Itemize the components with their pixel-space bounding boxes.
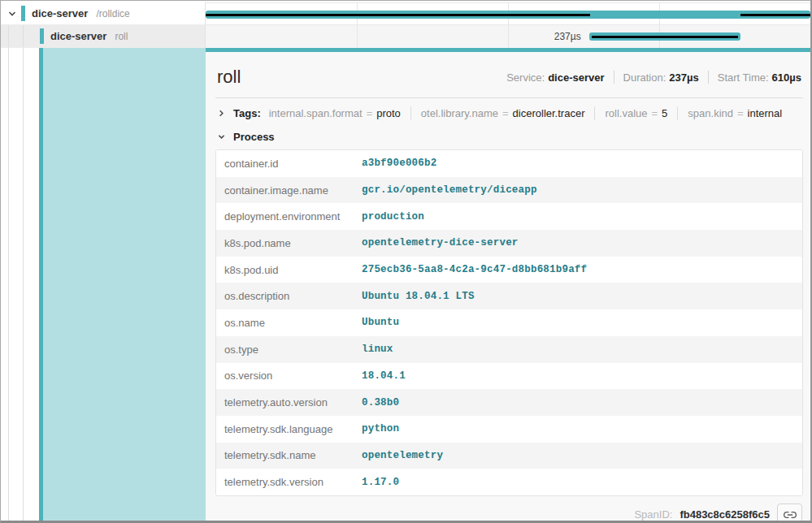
stat-service: Service:dice-server xyxy=(506,71,604,84)
span-detail-footer: SpanID: fb483c8c6258f6c5 xyxy=(215,496,803,521)
selected-span-gutter xyxy=(1,48,206,521)
indent-guide xyxy=(23,25,24,47)
span-detail-header: roll Service:dice-server Duration:237µs … xyxy=(215,60,803,98)
indent-guide xyxy=(8,25,9,47)
process-kv-table: container.ida3bf90e006b2 container.image… xyxy=(215,149,803,496)
span-stats: Service:dice-server Duration:237µs Start… xyxy=(506,71,801,84)
tags-header: Tags: xyxy=(233,107,261,119)
selected-span-highlight xyxy=(43,48,206,521)
spanid-value: fb483c8c6258f6c5 xyxy=(680,508,770,521)
service-name: dice-server xyxy=(32,7,88,19)
critical-path-segment xyxy=(206,14,590,16)
table-row: telemetry.sdk.languagepython xyxy=(216,416,802,443)
service-name: dice-server xyxy=(50,30,106,42)
divider xyxy=(614,71,614,84)
span-duration-label: 237µs xyxy=(554,31,589,42)
stat-start-time: Start Time:610µs xyxy=(718,71,801,84)
tag-summary-item: span.kind=internal xyxy=(688,107,782,119)
stat-duration: Duration:237µs xyxy=(623,71,699,84)
link-icon xyxy=(784,508,797,521)
process-accordion[interactable]: Process xyxy=(215,128,803,149)
table-row: os.typelinux xyxy=(216,336,802,363)
divider xyxy=(708,71,709,84)
table-row: os.descriptionUbuntu 18.04.1 LTS xyxy=(216,283,802,309)
span-color-swatch xyxy=(40,28,44,44)
span-row-roll: dice-server roll 237µs xyxy=(1,25,810,48)
grid-line xyxy=(508,25,509,48)
spanid-label: SpanID: xyxy=(634,508,672,521)
table-row: k8s.pod.nameopentelemetry-dice-server xyxy=(216,230,802,257)
table-row: os.nameUbuntu xyxy=(216,309,802,336)
process-header: Process xyxy=(233,131,275,143)
tags-accordion[interactable]: Tags: internal.span.format=proto otel.li… xyxy=(215,98,803,128)
chevron-right-icon[interactable] xyxy=(217,109,228,118)
span-title: roll xyxy=(217,67,241,88)
divider xyxy=(410,106,411,120)
span-row-rolldice: dice-server /rolldice xyxy=(1,2,810,25)
table-row: deployment.environmentproduction xyxy=(216,203,802,230)
grid-line xyxy=(357,25,358,48)
indent-guide xyxy=(8,48,9,521)
tag-summary-item: internal.span.format=proto xyxy=(269,107,401,119)
chevron-down-icon[interactable] xyxy=(217,132,228,141)
critical-path-segment xyxy=(592,36,738,38)
divider xyxy=(677,106,678,120)
span-bar-track-roll[interactable]: 237µs xyxy=(206,25,810,48)
operation-name: /rolldice xyxy=(96,8,129,19)
span-detail-panel: roll Service:dice-server Duration:237µs … xyxy=(206,48,810,521)
table-row: telemetry.auto.version0.38b0 xyxy=(216,389,802,416)
span-bar-track-rolldice[interactable] xyxy=(206,2,810,25)
tag-summary-item: otel.library.name=diceroller.tracer xyxy=(421,107,585,119)
table-row: telemetry.sdk.nameopentelemetry xyxy=(216,443,802,469)
divider xyxy=(594,106,595,120)
table-row: container.ida3bf90e006b2 xyxy=(216,150,802,177)
span-color-swatch xyxy=(21,6,25,21)
table-row: container.image.namegcr.io/opentelemetry… xyxy=(216,177,802,204)
span-name-cell-rolldice[interactable]: dice-server /rolldice xyxy=(1,2,206,25)
table-row: os.version18.04.1 xyxy=(216,363,802,390)
jaeger-trace-detail-view: dice-server /rolldice dice-server roll 2… xyxy=(0,0,812,523)
indent-guide xyxy=(23,48,24,521)
table-row: telemetry.sdk.version1.17.0 xyxy=(216,469,802,495)
span-name-cell-roll[interactable]: dice-server roll xyxy=(1,25,206,48)
operation-name: roll xyxy=(115,31,128,42)
chevron-down-icon[interactable] xyxy=(7,9,17,19)
tag-summary-item: roll.value=5 xyxy=(605,107,667,119)
copy-link-button[interactable] xyxy=(777,504,802,521)
critical-path-segment xyxy=(740,14,810,16)
table-row: k8s.pod.uid275ecb36-5aa8-4c2a-9c47-d8bb6… xyxy=(216,257,802,283)
